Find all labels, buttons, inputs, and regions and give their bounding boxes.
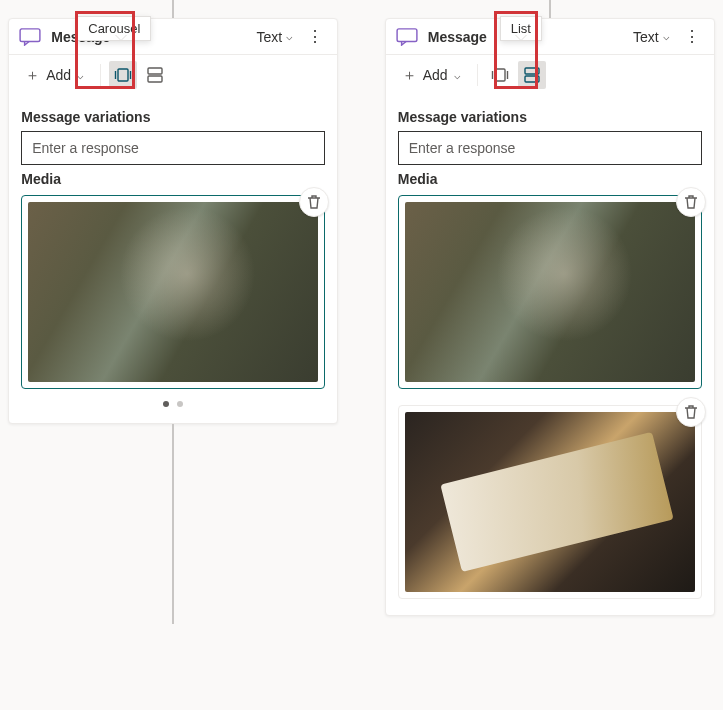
chevron-down-icon: ⌵ xyxy=(286,30,293,43)
message-card-carousel: Message Text ⌵ ⋮ Carousel ＋ Add ⌵ xyxy=(8,18,338,424)
chat-icon xyxy=(396,28,418,46)
layout-carousel-button[interactable] xyxy=(486,61,514,89)
variations-label: Message variations xyxy=(21,109,325,125)
media-image xyxy=(405,412,695,592)
type-dropdown[interactable]: Text ⌵ xyxy=(633,29,670,45)
card-body: Message variations Media xyxy=(386,95,714,615)
media-item[interactable] xyxy=(21,195,325,389)
media-image xyxy=(405,202,695,382)
chevron-down-icon: ⌵ xyxy=(454,69,461,82)
media-label: Media xyxy=(398,171,702,187)
divider xyxy=(477,64,478,86)
type-label: Text xyxy=(633,29,659,45)
svg-rect-1 xyxy=(118,69,128,81)
svg-rect-0 xyxy=(20,28,40,41)
pager-dot[interactable] xyxy=(177,401,183,407)
type-label: Text xyxy=(257,29,283,45)
add-button[interactable]: ＋ Add ⌵ xyxy=(394,62,469,89)
connector xyxy=(172,424,174,624)
media-item-wrap xyxy=(398,195,702,389)
message-card-list: Message Text ⌵ ⋮ List ＋ Add ⌵ Mess xyxy=(385,18,715,616)
add-label: Add xyxy=(46,67,71,83)
media-image xyxy=(28,202,318,382)
response-input[interactable] xyxy=(398,131,702,165)
response-input[interactable] xyxy=(21,131,325,165)
chevron-down-icon: ⌵ xyxy=(663,30,670,43)
delete-media-button[interactable] xyxy=(676,187,706,217)
connector xyxy=(172,0,174,18)
chevron-down-icon: ⌵ xyxy=(77,69,84,82)
svg-rect-5 xyxy=(148,76,162,82)
layout-list-button[interactable] xyxy=(518,61,546,89)
plus-icon: ＋ xyxy=(402,66,417,85)
card-header: Message Text ⌵ ⋮ Carousel xyxy=(9,19,337,54)
svg-rect-7 xyxy=(495,69,505,81)
plus-icon: ＋ xyxy=(25,66,40,85)
more-icon[interactable]: ⋮ xyxy=(303,27,327,46)
tooltip-carousel: Carousel xyxy=(77,16,151,41)
media-item[interactable] xyxy=(398,195,702,389)
panel-list: Message Text ⌵ ⋮ List ＋ Add ⌵ Mess xyxy=(377,0,724,710)
card-body: Message variations Media xyxy=(9,95,337,423)
pager-dot[interactable] xyxy=(163,401,169,407)
media-item[interactable] xyxy=(398,405,702,599)
svg-rect-4 xyxy=(148,68,162,74)
connector xyxy=(549,0,551,18)
card-header: Message Text ⌵ ⋮ List xyxy=(386,19,714,54)
chat-icon xyxy=(19,28,41,46)
add-label: Add xyxy=(423,67,448,83)
carousel-pager xyxy=(21,401,325,407)
add-button[interactable]: ＋ Add ⌵ xyxy=(17,62,92,89)
divider xyxy=(100,64,101,86)
tooltip-list: List xyxy=(500,16,542,41)
delete-media-button[interactable] xyxy=(676,397,706,427)
svg-rect-11 xyxy=(525,76,539,82)
toolbar: ＋ Add ⌵ xyxy=(386,54,714,95)
panel-carousel: Message Text ⌵ ⋮ Carousel ＋ Add ⌵ xyxy=(0,0,347,710)
layout-carousel-button[interactable] xyxy=(109,61,137,89)
toolbar: ＋ Add ⌵ xyxy=(9,54,337,95)
more-icon[interactable]: ⋮ xyxy=(680,27,704,46)
type-dropdown[interactable]: Text ⌵ xyxy=(257,29,294,45)
variations-label: Message variations xyxy=(398,109,702,125)
media-label: Media xyxy=(21,171,325,187)
svg-rect-10 xyxy=(525,68,539,74)
layout-list-button[interactable] xyxy=(141,61,169,89)
media-item-wrap xyxy=(398,405,702,599)
svg-rect-6 xyxy=(397,28,417,41)
media-item-wrap xyxy=(21,195,325,389)
